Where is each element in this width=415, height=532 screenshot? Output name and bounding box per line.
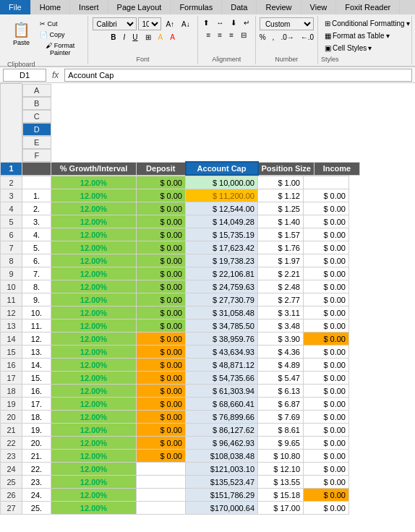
cell-e26[interactable]: $ 15.18 (258, 489, 304, 502)
cell-b25[interactable]: 12.00% (51, 476, 137, 489)
cell-a20[interactable]: 18. (22, 411, 51, 424)
align-center-button[interactable]: ≡ (215, 30, 225, 40)
decrease-decimal-button[interactable]: ←.0 (298, 32, 317, 43)
cell-a4[interactable]: 2. (22, 202, 51, 215)
cell-f14[interactable]: $ 0.00 (304, 332, 349, 346)
cell-a25[interactable]: 23. (22, 476, 51, 489)
cell-c20[interactable]: $ 0.00 (137, 411, 186, 424)
cell-b9[interactable]: 12.00% (51, 267, 137, 280)
cell-f17[interactable]: $ 0.00 (304, 372, 349, 385)
cell-c26[interactable] (137, 489, 186, 502)
cell-b20[interactable]: 12.00% (51, 411, 137, 424)
row-num-9[interactable]: 9 (1, 267, 22, 280)
cell-d10[interactable]: $ 24,759.63 (186, 280, 258, 293)
row-num-4[interactable]: 4 (1, 202, 22, 215)
cell-f4[interactable]: $ 0.00 (304, 202, 349, 215)
cell-d12[interactable]: $ 31,058.48 (186, 306, 258, 319)
cell-f24[interactable]: $ 0.00 (304, 463, 349, 476)
row-num-27[interactable]: 27 (1, 502, 22, 515)
cell-a17[interactable]: 15. (22, 372, 51, 385)
cell-b2[interactable]: 12.00% (51, 176, 137, 189)
cell-b17[interactable]: 12.00% (51, 372, 137, 385)
cell-c12[interactable]: $ 0.00 (137, 306, 186, 319)
cell-b27[interactable]: 12.00% (51, 502, 137, 515)
col-header-c[interactable]: C (22, 110, 51, 123)
cell-a14[interactable]: 12. (22, 332, 51, 346)
border-button[interactable]: ⊞ (142, 32, 154, 43)
cell-f19[interactable]: $ 0.00 (304, 398, 349, 411)
tab-review[interactable]: Review (257, 0, 301, 14)
row-num-10[interactable]: 10 (1, 280, 22, 293)
cell-d27[interactable]: $170,000.64 (186, 502, 258, 515)
cell-a26[interactable]: 24. (22, 489, 51, 502)
row-num-24[interactable]: 24 (1, 463, 22, 476)
cell-f2[interactable] (304, 176, 349, 189)
cell-b18[interactable]: 12.00% (51, 385, 137, 398)
row-num-15[interactable]: 15 (1, 346, 22, 359)
cell-e15[interactable]: $ 4.36 (258, 346, 304, 359)
row-num-22[interactable]: 22 (1, 437, 22, 450)
cell-d14[interactable]: $ 38,959.76 (186, 332, 258, 346)
row-num-17[interactable]: 17 (1, 372, 22, 385)
cell-d21[interactable]: $ 86,127.62 (186, 424, 258, 437)
tab-home[interactable]: Home (31, 0, 70, 14)
cell-f25[interactable]: $ 0.00 (304, 476, 349, 489)
merge-button[interactable]: ⊟ (238, 30, 249, 40)
cell-f22[interactable]: $ 0.00 (304, 437, 349, 450)
cell-b23[interactable]: 12.00% (51, 450, 137, 463)
cell-c6[interactable]: $ 0.00 (137, 228, 186, 241)
cell-d6[interactable]: $ 15,735.19 (186, 228, 258, 241)
cell-f8[interactable]: $ 0.00 (304, 254, 349, 267)
cell-e7[interactable]: $ 1.76 (258, 241, 304, 254)
cell-e9[interactable]: $ 2.21 (258, 267, 304, 280)
cell-c21[interactable]: $ 0.00 (137, 424, 186, 437)
cell-b21[interactable]: 12.00% (51, 424, 137, 437)
cell-e13[interactable]: $ 3.48 (258, 319, 304, 332)
cell-b3[interactable]: 12.00% (51, 189, 137, 202)
cell-e17[interactable]: $ 5.47 (258, 372, 304, 385)
cell-a6[interactable]: 4. (22, 228, 51, 241)
cell-f15[interactable]: $ 0.00 (304, 346, 349, 359)
col-header-d[interactable]: D (22, 123, 51, 136)
col-header-a[interactable]: A (22, 84, 51, 97)
row-num-7[interactable]: 7 (1, 241, 22, 254)
cell-d26[interactable]: $151,786.29 (186, 489, 258, 502)
cell-b10[interactable]: 12.00% (51, 280, 137, 293)
number-format-selector[interactable]: Custom (260, 17, 314, 30)
cell-c22[interactable]: $ 0.00 (137, 437, 186, 450)
cell-b12[interactable]: 12.00% (51, 306, 137, 319)
row-num-13[interactable]: 13 (1, 319, 22, 332)
increase-font-button[interactable]: A↑ (163, 19, 177, 30)
cell-c5[interactable]: $ 0.00 (137, 215, 186, 228)
cell-f12[interactable]: $ 0.00 (304, 306, 349, 319)
cell-e8[interactable]: $ 1.97 (258, 254, 304, 267)
cell-f5[interactable]: $ 0.00 (304, 215, 349, 228)
cell-a22[interactable]: 20. (22, 437, 51, 450)
cell-e6[interactable]: $ 1.57 (258, 228, 304, 241)
tab-data[interactable]: Data (222, 0, 257, 14)
cell-d13[interactable]: $ 34,785.50 (186, 319, 258, 332)
cell-e19[interactable]: $ 6.87 (258, 398, 304, 411)
cell-d7[interactable]: $ 17,623.42 (186, 241, 258, 254)
cell-d20[interactable]: $ 76,899.66 (186, 411, 258, 424)
cell-a13[interactable]: 11. (22, 319, 51, 332)
cell-a11[interactable]: 9. (22, 293, 51, 306)
cell-b7[interactable]: 12.00% (51, 241, 137, 254)
cell-b15[interactable]: 12.00% (51, 346, 137, 359)
align-top-button[interactable]: ⬆ (200, 17, 212, 28)
cell-e4[interactable]: $ 1.25 (258, 202, 304, 215)
cell-f1[interactable]: Income (314, 162, 359, 175)
cell-c7[interactable]: $ 0.00 (137, 241, 186, 254)
cell-b24[interactable]: 12.00% (51, 463, 137, 476)
increase-decimal-button[interactable]: .0→ (278, 32, 296, 43)
format-as-table-button[interactable]: ▦ Format as Table ▾ (321, 30, 408, 42)
cell-f16[interactable]: $ 0.00 (304, 359, 349, 372)
row-num-12[interactable]: 12 (1, 306, 22, 319)
comma-button[interactable]: , (270, 32, 278, 43)
bold-button[interactable]: B (108, 32, 119, 43)
cell-a27[interactable]: 25. (22, 502, 51, 515)
cell-c27[interactable] (137, 502, 186, 515)
cell-e5[interactable]: $ 1.40 (258, 215, 304, 228)
cell-d5[interactable]: $ 14,049.28 (186, 215, 258, 228)
cell-e21[interactable]: $ 8.61 (258, 424, 304, 437)
